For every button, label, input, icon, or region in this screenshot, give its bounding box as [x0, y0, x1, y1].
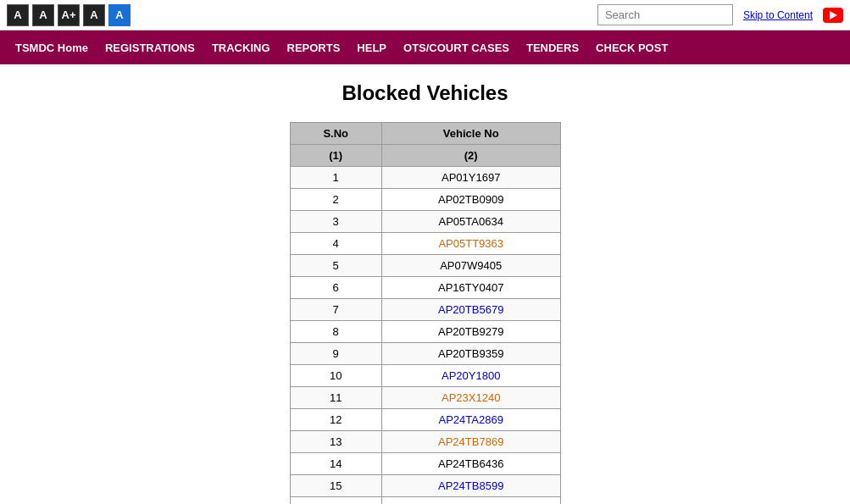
- table-row: 13AP24TB7869: [290, 431, 560, 453]
- cell-vehicle: AP07W9405: [381, 255, 560, 277]
- cell-vehicle: AP02TB0909: [381, 189, 560, 211]
- table-row: 9AP20TB9359: [290, 343, 560, 365]
- youtube-icon[interactable]: [823, 8, 843, 23]
- skip-to-content-link[interactable]: Skip to Content: [743, 9, 813, 21]
- cell-vehicle: AP24TA2869: [381, 409, 560, 431]
- cell-vehicle: AP20Y1800: [381, 365, 560, 387]
- col-subheader-vehicle: (2): [381, 145, 560, 167]
- cell-vehicle: AP25X4426: [381, 497, 560, 505]
- table-row: 4AP05TT9363: [290, 233, 560, 255]
- table-row: 5AP07W9405: [290, 255, 560, 277]
- top-right: Skip to Content: [597, 4, 843, 25]
- cell-vehicle: AP16TY0407: [381, 277, 560, 299]
- cell-sno: 5: [290, 255, 381, 277]
- table-row: 6AP16TY0407: [290, 277, 560, 299]
- cell-sno: 2: [290, 189, 381, 211]
- font-btn-5[interactable]: A: [108, 4, 131, 26]
- cell-sno: 16: [290, 497, 381, 505]
- table-row: 14AP24TB6436: [290, 453, 560, 475]
- table-row: 12AP24TA2869: [290, 409, 560, 431]
- nav-tsmdc-home[interactable]: TSMDC Home: [7, 33, 97, 63]
- cell-sno: 14: [290, 453, 381, 475]
- cell-sno: 10: [290, 365, 381, 387]
- cell-vehicle: AP20TB9279: [381, 321, 560, 343]
- cell-sno: 12: [290, 409, 381, 431]
- font-btn-2[interactable]: A: [32, 4, 54, 26]
- table-row: 11AP23X1240: [290, 387, 560, 409]
- cell-vehicle: AP23X1240: [381, 387, 560, 409]
- table-row: 7AP20TB5679: [290, 299, 560, 321]
- nav-check-post[interactable]: CHECK POST: [587, 33, 676, 63]
- table-row: 15AP24TB8599: [290, 475, 560, 497]
- cell-sno: 1: [290, 167, 381, 189]
- cell-vehicle: AP24TB6436: [381, 453, 560, 475]
- navbar: TSMDC Home REGISTRATIONS TRACKING REPORT…: [0, 30, 850, 64]
- cell-sno: 15: [290, 475, 381, 497]
- nav-registrations[interactable]: REGISTRATIONS: [97, 33, 203, 63]
- cell-vehicle: AP20TB9359: [381, 343, 560, 365]
- cell-vehicle: AP05TA0634: [381, 211, 560, 233]
- font-btn-3[interactable]: A+: [58, 4, 80, 26]
- cell-sno: 8: [290, 321, 381, 343]
- nav-tracking[interactable]: TRACKING: [203, 33, 279, 63]
- cell-sno: 6: [290, 277, 381, 299]
- col-header-vehicle: Vehicle No: [381, 123, 560, 145]
- cell-sno: 3: [290, 211, 381, 233]
- page-content: Blocked Vehicles S.No Vehicle No (1) (2)…: [0, 64, 850, 504]
- table-row: 16AP25X4426: [290, 497, 560, 505]
- font-btn-4[interactable]: A: [83, 4, 105, 26]
- cell-vehicle: AP05TT9363: [381, 233, 560, 255]
- page-title: Blocked Vehicles: [17, 81, 833, 105]
- table-row: 1AP01Y1697: [290, 167, 560, 189]
- cell-sno: 11: [290, 387, 381, 409]
- col-subheader-sno: (1): [290, 145, 381, 167]
- cell-vehicle: AP24TB7869: [381, 431, 560, 453]
- cell-sno: 13: [290, 431, 381, 453]
- nav-help[interactable]: HELP: [348, 33, 395, 63]
- cell-vehicle: AP24TB8599: [381, 475, 560, 497]
- col-header-sno: S.No: [290, 123, 381, 145]
- table-row: 8AP20TB9279: [290, 321, 560, 343]
- table-row: 3AP05TA0634: [290, 211, 560, 233]
- cell-sno: 9: [290, 343, 381, 365]
- cell-vehicle: AP20TB5679: [381, 299, 560, 321]
- table-row: 10AP20Y1800: [290, 365, 560, 387]
- font-btn-1[interactable]: A: [7, 4, 29, 26]
- nav-ots-court-cases[interactable]: OTS/COURT CASES: [395, 33, 518, 63]
- cell-sno: 7: [290, 299, 381, 321]
- search-input[interactable]: [597, 4, 733, 25]
- top-bar: A A A+ A A Skip to Content: [0, 0, 850, 30]
- table-row: 2AP02TB0909: [290, 189, 560, 211]
- cell-sno: 4: [290, 233, 381, 255]
- nav-reports[interactable]: REPORTS: [279, 33, 349, 63]
- cell-vehicle: AP01Y1697: [381, 167, 560, 189]
- vehicle-table: S.No Vehicle No (1) (2) 1AP01Y16972AP02T…: [290, 122, 561, 504]
- nav-tenders[interactable]: TENDERS: [518, 33, 587, 63]
- font-controls: A A A+ A A: [7, 4, 131, 26]
